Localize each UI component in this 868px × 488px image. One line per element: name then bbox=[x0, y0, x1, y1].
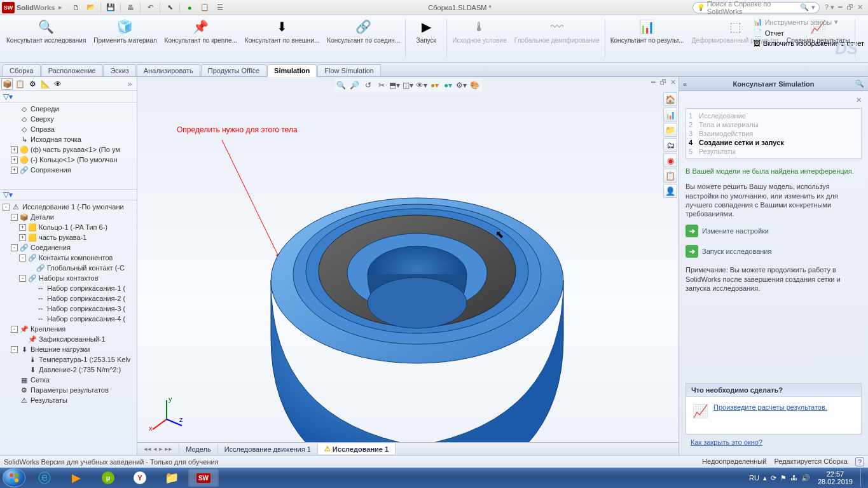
vp-minimize-icon[interactable]: ━ bbox=[651, 78, 656, 87]
expand-icon[interactable]: - bbox=[3, 204, 10, 211]
sim-contact-set-item[interactable]: ↔Набор соприкасания-4 ( bbox=[0, 314, 137, 324]
tree-item[interactable]: ↳Исходная точка bbox=[0, 134, 137, 144]
tray-sync-icon[interactable]: ⟳ bbox=[771, 474, 776, 482]
sim-contact-set-item[interactable]: ↔Набор соприкасания-1 ( bbox=[0, 283, 137, 293]
tray-flag-icon[interactable]: ⚑ bbox=[780, 474, 787, 482]
advisor-step-5[interactable]: 5Результаты bbox=[689, 147, 858, 156]
undo-button[interactable]: ↶ bbox=[143, 1, 157, 14]
expand-icon[interactable]: + bbox=[11, 167, 18, 174]
print-button[interactable]: 🖶 bbox=[123, 1, 137, 14]
advisor-close-icon[interactable]: ✕ bbox=[685, 96, 862, 104]
status-help-icon[interactable]: ? bbox=[855, 457, 864, 466]
sim-study-root[interactable]: -⚠Исследование 1 (-По умолчани bbox=[0, 202, 137, 212]
ribbon-item-3[interactable]: ⬇Консультант по внешни... bbox=[241, 17, 323, 61]
tab-motion-study[interactable]: Исследование движения 1 bbox=[218, 444, 318, 454]
expand-icon[interactable]: + bbox=[19, 234, 26, 241]
sim-mesh[interactable]: ▦Сетка bbox=[0, 375, 137, 385]
show-desktop-button[interactable] bbox=[860, 469, 865, 487]
todo-link[interactable]: Произведите расчеты результатов. bbox=[713, 403, 827, 411]
appearances-icon[interactable]: ◉ bbox=[663, 153, 677, 167]
tab-эскиз[interactable]: Эскиз bbox=[103, 64, 135, 76]
ribbon-item-4[interactable]: 🔗Консультант по соедин... bbox=[323, 17, 404, 61]
vp-close-icon[interactable]: ✕ bbox=[670, 78, 676, 87]
help-search[interactable]: 💡 Поиск в Справке по SolidWorks 🔍 ▾ bbox=[692, 2, 820, 13]
sim-connections[interactable]: -🔗Соединения bbox=[0, 242, 137, 253]
property-manager-tab[interactable]: 📋 bbox=[14, 78, 25, 90]
advisor-step-1[interactable]: 1Исследование bbox=[689, 111, 858, 120]
tree-item[interactable]: ◇Спереди bbox=[0, 104, 137, 114]
sim-part-item[interactable]: +🟨Кольцо-1 (-PA Тип 6-) bbox=[0, 222, 137, 232]
plot-tools-row[interactable]: 📊Инструменты эпюры ▾ bbox=[754, 18, 864, 26]
tree-item[interactable]: +🔗Сопряжения bbox=[0, 165, 137, 175]
tray-network-icon[interactable]: 🖧 bbox=[790, 474, 797, 482]
ribbon-item-6[interactable]: 🌡Исходное условие bbox=[448, 17, 511, 61]
view-orientation-icon[interactable]: ⬒▾ bbox=[389, 80, 401, 91]
view-settings-icon[interactable]: ⚙▾ bbox=[456, 80, 467, 91]
sim-parts[interactable]: -📦Детали bbox=[0, 212, 137, 222]
tree-item[interactable]: +🟡(ф) часть рукава<1> (По ум bbox=[0, 144, 137, 155]
open-button[interactable]: 📂 bbox=[84, 1, 98, 14]
feature-tree[interactable]: ◇Спереди◇Сверху◇Справа↳Исходная точка+🟡(… bbox=[0, 102, 137, 189]
yandex-browser-icon[interactable]: Y bbox=[125, 469, 155, 487]
clock[interactable]: 22:57 28.02.2019 bbox=[814, 470, 857, 485]
design-library-icon[interactable]: 📊 bbox=[663, 108, 677, 122]
render-icon[interactable]: 🎨 bbox=[469, 80, 481, 91]
feature-tree-tab[interactable]: 📦 bbox=[1, 78, 13, 90]
display-style-icon[interactable]: ◫▾ bbox=[403, 80, 414, 91]
sim-fixtures[interactable]: -📌Крепления bbox=[0, 324, 137, 334]
utorrent-icon[interactable]: µ bbox=[93, 469, 123, 487]
hide-show-icon[interactable]: 👁▾ bbox=[416, 80, 427, 91]
file-explorer-icon[interactable]: 📁 bbox=[663, 123, 677, 137]
tray-chevron-icon[interactable]: ▴ bbox=[763, 474, 767, 482]
expand-icon[interactable]: - bbox=[11, 346, 18, 353]
options-button[interactable]: 📋 bbox=[198, 1, 212, 14]
appearance-icon[interactable]: ●▾ bbox=[443, 80, 454, 91]
solidworks-taskbar-icon[interactable]: SW bbox=[188, 469, 219, 487]
simulation-tree[interactable]: -⚠Исследование 1 (-По умолчани-📦Детали+🟨… bbox=[0, 200, 137, 455]
tab-study-1[interactable]: ⚠Исследование 1 bbox=[318, 443, 396, 454]
graphics-viewport[interactable]: 🔍 🔎 ↺ ✂ ⬒▾ ◫▾ 👁▾ ●▾ ●▾ ⚙▾ 🎨 ━ 🗗 ✕ 🏠 📊 📁 … bbox=[137, 77, 679, 455]
view-palette-icon[interactable]: 🗂 bbox=[663, 138, 677, 152]
save-button[interactable]: 💾 bbox=[104, 1, 118, 14]
expand-icon[interactable]: - bbox=[19, 254, 26, 261]
ribbon-item-0[interactable]: 🔍Консультант исследования bbox=[3, 17, 90, 61]
tab-сборка[interactable]: Сборка bbox=[3, 64, 41, 76]
minimize-button[interactable]: ━ bbox=[838, 3, 843, 11]
expand-icon[interactable]: - bbox=[19, 275, 26, 282]
tab-анализировать[interactable]: Анализировать bbox=[137, 64, 200, 76]
sim-contact-set-item[interactable]: ↔Набор соприкасания-2 ( bbox=[0, 293, 137, 303]
expand-icon[interactable]: + bbox=[19, 224, 26, 231]
search-go-icon[interactable]: 🔍 bbox=[800, 3, 809, 11]
expand-icon[interactable]: - bbox=[11, 244, 18, 251]
expand-icon[interactable]: - bbox=[11, 326, 18, 333]
previous-view-icon[interactable]: ↺ bbox=[362, 80, 374, 91]
ribbon-item-1[interactable]: 🧊Применить материал bbox=[90, 17, 160, 61]
advisor-search-icon[interactable]: 🔍 bbox=[855, 80, 864, 88]
sim-global-contact[interactable]: 🔗Глобальный контакт (-С bbox=[0, 263, 137, 273]
ribbon-item-2[interactable]: 📌Консультант по крепле... bbox=[161, 17, 241, 61]
expand-icon[interactable]: + bbox=[11, 146, 18, 153]
sim-result-opts[interactable]: ⚙Параметры результатов bbox=[0, 385, 137, 395]
tree-item[interactable]: ◇Справа bbox=[0, 124, 137, 134]
select-button[interactable]: ⬉ bbox=[163, 1, 177, 14]
maximize-button[interactable]: 🗗 bbox=[846, 3, 853, 11]
close-button[interactable]: ✕ bbox=[857, 3, 863, 11]
vp-maximize-icon[interactable]: 🗗 bbox=[659, 78, 666, 87]
advisor-step-2[interactable]: 2Тела и материалы bbox=[689, 120, 858, 129]
help-button[interactable]: ? ▾ bbox=[825, 3, 834, 11]
new-doc-button[interactable]: 🗋 bbox=[69, 1, 83, 14]
sim-contact-sets[interactable]: -🔗Наборы контактов bbox=[0, 273, 137, 283]
report-row[interactable]: 📄Отчет bbox=[754, 29, 864, 37]
tab-arrows[interactable]: ◂◂ ◂ ▸ ▸▸ bbox=[137, 443, 179, 454]
expand-icon[interactable]: - bbox=[11, 214, 18, 221]
tab-simulation[interactable]: Simulation bbox=[267, 64, 317, 77]
display-pane-tab[interactable]: 👁 bbox=[52, 78, 64, 90]
panel-expand-icon[interactable]: » bbox=[124, 78, 135, 90]
advisor-step-4[interactable]: 4Создание сетки и запуск bbox=[689, 138, 858, 147]
tree-item[interactable]: +🟡(-) Кольцо<1> (По умолчан bbox=[0, 155, 137, 165]
start-button[interactable] bbox=[3, 468, 25, 487]
ribbon-item-7[interactable]: 〰Глобальное демпфирование bbox=[511, 17, 603, 61]
expand-icon[interactable]: + bbox=[11, 157, 18, 164]
sim-fixture-item[interactable]: 📌Зафиксированный-1 bbox=[0, 334, 137, 344]
sim-part-item[interactable]: +🟨часть рукава-1 bbox=[0, 232, 137, 242]
